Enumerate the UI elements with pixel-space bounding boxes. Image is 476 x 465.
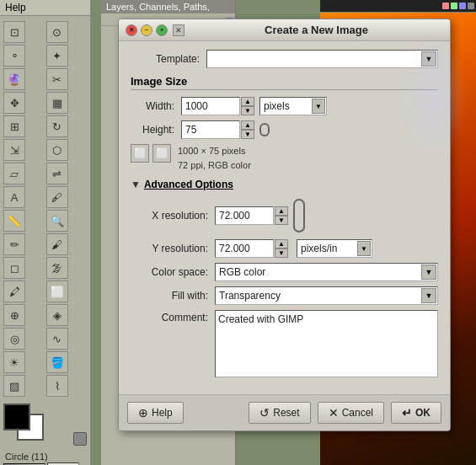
comment-row: Comment: xyxy=(131,310,438,377)
template-select-wrapper: ▼ xyxy=(206,50,438,68)
quick-mask-button[interactable] xyxy=(73,432,87,446)
tool-crop[interactable]: ⊞ xyxy=(3,115,25,137)
res-unit-select[interactable]: pixels/in pixels/mm xyxy=(297,239,372,258)
tool-rotate[interactable]: ↻ xyxy=(46,115,68,137)
template-select[interactable] xyxy=(206,50,438,68)
dialog-titlebar: ✕ − + ✕ Create a New Image xyxy=(119,19,450,41)
res-chain-icon[interactable] xyxy=(293,197,305,234)
x-res-input[interactable] xyxy=(215,206,274,225)
tool-smudge[interactable]: ∿ xyxy=(46,328,68,350)
tool-fuzzy-select[interactable]: ✦ xyxy=(46,45,68,67)
y-res-input[interactable] xyxy=(215,239,274,258)
x-res-down-btn[interactable]: ▼ xyxy=(275,216,288,225)
reset-button[interactable]: ↺ Reset xyxy=(249,402,310,424)
width-unit-select[interactable]: pixels inches mm xyxy=(259,97,327,115)
width-input-group: ▲ ▼ xyxy=(181,97,254,115)
chain-link-icon[interactable] xyxy=(259,123,270,136)
tool-bucket-fill[interactable]: 🪣 xyxy=(46,351,68,373)
width-down-btn[interactable]: ▼ xyxy=(241,106,254,115)
tool-align[interactable]: ▦ xyxy=(46,92,68,114)
x-res-input-group: ▲ ▼ xyxy=(215,206,288,225)
tool-color-select[interactable]: 🔮 xyxy=(3,68,25,90)
tool-blend[interactable]: ▨ xyxy=(3,375,25,397)
height-input[interactable] xyxy=(181,120,240,139)
tool-move[interactable]: ✥ xyxy=(3,92,25,114)
tool-eraser[interactable]: ◻ xyxy=(3,257,25,279)
height-up-btn[interactable]: ▲ xyxy=(241,120,254,130)
width-input[interactable] xyxy=(181,97,240,115)
tool-clone[interactable]: ⬜ xyxy=(46,281,68,302)
tool-dodge-burn[interactable]: ☀ xyxy=(3,351,25,373)
tool-paths[interactable]: ⌇ xyxy=(46,375,68,397)
channel-dot-red xyxy=(442,3,449,9)
window-controls: ✕ − + xyxy=(126,24,168,36)
tool-pencil[interactable]: ✏ xyxy=(3,233,25,255)
tool-icons-grid: ⊡ ⊙ ⚬ ✦ 🔮 ✂ ✥ ▦ ⊞ ↻ ⇲ ⬡ ▱ ⇌ A 🖋 📏 🔍 ✏ 🖌 … xyxy=(0,18,90,400)
cancel-button[interactable]: ✕ Cancel xyxy=(318,402,384,424)
tool-rect-select[interactable]: ⊡ xyxy=(3,21,25,43)
channel-indicators xyxy=(442,3,474,9)
tool-heal[interactable]: ⊕ xyxy=(3,304,25,326)
fill-select-wrapper: Transparency Foreground Color Background… xyxy=(215,286,438,305)
fill-select[interactable]: Transparency Foreground Color Background… xyxy=(215,286,438,305)
layers-title-text: Layers, Channels, Paths, xyxy=(106,2,210,12)
res-chain-top xyxy=(293,199,305,216)
tool-perspective-clone[interactable]: ◈ xyxy=(46,304,68,326)
tool-free-select[interactable]: ⚬ xyxy=(3,45,25,67)
cancel-icon: ✕ xyxy=(329,406,339,420)
tool-ink[interactable]: 🖍 xyxy=(3,281,25,302)
tool-scissors[interactable]: ✂ xyxy=(46,68,68,90)
tool-blur[interactable]: ◎ xyxy=(3,328,25,350)
minimize-button[interactable]: − xyxy=(141,24,152,36)
y-res-down-btn[interactable]: ▼ xyxy=(275,249,288,258)
help-button[interactable]: ⊕ Help xyxy=(127,402,184,424)
cancel-button-label: Cancel xyxy=(342,407,373,419)
foreground-color-box[interactable] xyxy=(3,404,30,430)
fill-label: Fill with: xyxy=(131,290,215,302)
tool-scale[interactable]: ⇲ xyxy=(3,139,25,161)
tool-color-picker[interactable]: 🖋 xyxy=(46,186,68,208)
info-icons: ⬜ ⬜ xyxy=(131,144,171,163)
tool-measure[interactable]: 📏 xyxy=(3,210,25,232)
tool-options-area: Circle (11) nsitivity om gradient xyxy=(0,449,90,465)
chain-top xyxy=(259,123,270,130)
height-spinner: ▲ ▼ xyxy=(241,120,254,139)
colorspace-select[interactable]: RGB color Grayscale xyxy=(215,263,438,281)
width-row: Width: ▲ ▼ pixels inches mm ▼ xyxy=(131,97,438,115)
tool-text[interactable]: A xyxy=(3,186,25,208)
tool-shear[interactable]: ⬡ xyxy=(46,139,68,161)
x-res-up-btn[interactable]: ▲ xyxy=(275,206,288,216)
tool-zoom[interactable]: 🔍 xyxy=(46,210,68,232)
ok-button-label: OK xyxy=(415,407,431,419)
x-res-spinner: ▲ ▼ xyxy=(275,206,288,225)
close-button[interactable]: ✕ xyxy=(126,24,137,36)
maximize-button[interactable]: + xyxy=(156,24,168,36)
tool-ellipse-select[interactable]: ⊙ xyxy=(46,21,68,43)
title-x-icon[interactable]: ✕ xyxy=(173,24,185,36)
comment-textarea[interactable] xyxy=(215,310,438,377)
dialog-footer: ⊕ Help ↺ Reset ✕ Cancel ↵ OK xyxy=(119,394,450,430)
help-icon: ⊕ xyxy=(138,406,148,420)
ok-button[interactable]: ↵ OK xyxy=(391,402,441,424)
tool-paintbrush[interactable]: 🖌 xyxy=(46,233,68,255)
colorspace-row: Color space: RGB color Grayscale ▼ xyxy=(131,263,438,281)
width-up-btn[interactable]: ▲ xyxy=(241,97,254,106)
tool-perspective[interactable]: ▱ xyxy=(3,163,25,184)
tool-airbrush[interactable]: 🌫 xyxy=(46,257,68,279)
template-label: Template: xyxy=(131,53,206,65)
landscape-icon[interactable]: ⬜ xyxy=(152,144,171,163)
layers-titlebar: Layers, Channels, Paths, xyxy=(101,0,235,13)
width-unit-wrapper: pixels inches mm ▼ xyxy=(259,97,327,115)
height-down-btn[interactable]: ▼ xyxy=(241,130,254,139)
help-menu[interactable]: Help xyxy=(0,0,90,16)
fill-with-row: Fill with: Transparency Foreground Color… xyxy=(131,286,438,305)
advanced-options-header[interactable]: ▼ Advanced Options xyxy=(131,179,438,190)
portrait-icon[interactable]: ⬜ xyxy=(131,144,149,163)
help-button-label: Help xyxy=(152,407,173,419)
channel-dot-blue xyxy=(459,3,466,9)
fg-bg-color-area xyxy=(3,404,87,446)
y-res-up-btn[interactable]: ▲ xyxy=(275,239,288,249)
tool-flip[interactable]: ⇌ xyxy=(46,163,68,184)
info-line2: 72 ppi, RGB color xyxy=(178,158,251,173)
main-toolbar: Help ⊡ ⊙ ⚬ ✦ 🔮 ✂ ✥ ▦ ⊞ ↻ ⇲ ⬡ ▱ ⇌ A 🖋 📏 🔍… xyxy=(0,0,91,465)
